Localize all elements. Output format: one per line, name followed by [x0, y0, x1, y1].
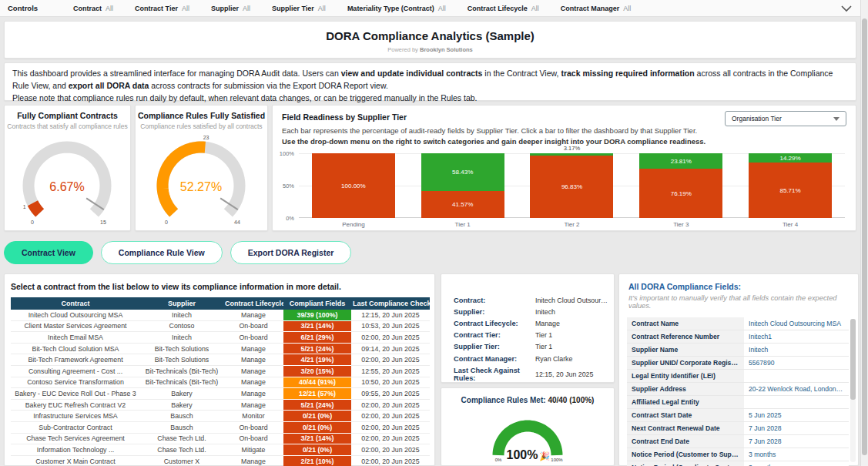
- filter-value: All: [531, 5, 539, 12]
- filter-supplier[interactable]: SupplierAll: [211, 5, 250, 12]
- bar-tier-1[interactable]: 41.57%58.43%: [408, 153, 518, 218]
- cell-compliant-fields: 3/21 (14%): [283, 320, 351, 332]
- view-buttons: Contract ViewCompliance Rule ViewExport …: [4, 241, 351, 264]
- export-dora-register-button[interactable]: Export DORA Register: [230, 241, 352, 264]
- table-row[interactable]: Bit-Tech Cloud Solution MSABit-Tech Solu…: [11, 343, 430, 354]
- rules-satisfied-card: Compliance Rules Fully Satisfied Complia…: [135, 105, 268, 231]
- cell-compliant-fields: 4/21 (19%): [283, 354, 351, 366]
- filter-label: Supplier: [211, 5, 239, 12]
- table-row[interactable]: Chase Tech Services AgreementChase Tech …: [11, 433, 430, 444]
- chevron-down-icon[interactable]: [840, 5, 853, 12]
- filter-contract-lifecycle[interactable]: Contract LifecycleAll: [468, 5, 539, 12]
- cell-contract: Contoso Service Transformation: [11, 377, 140, 388]
- detail-value: Ryan Clarke: [535, 355, 611, 363]
- detail-row: Supplier:Initech: [441, 306, 614, 317]
- category-dropdown[interactable]: Organisation Tier: [725, 111, 846, 126]
- cell-contract: Bit-Tech Framework Agreement: [11, 354, 140, 366]
- dora-field-label: Notice Period (Customer to Supplier): [627, 448, 744, 461]
- svg-text:0: 0: [165, 220, 168, 225]
- column-header-contract[interactable]: Contract: [11, 297, 140, 310]
- bar-pending[interactable]: 100.00%: [299, 153, 408, 218]
- cell-contract: Initech Cloud Outsourcing MSA: [11, 310, 140, 320]
- detail-label: Contract Lifecycle:: [454, 320, 535, 327]
- cell-last-check: 10:50, 20 Jun 2025: [351, 377, 430, 388]
- filter-label: Contract Lifecycle: [468, 5, 528, 12]
- bar-segment-not-ready: 96.83%: [530, 156, 613, 218]
- detail-value: 12:15, 20 Jun 2025: [535, 370, 611, 378]
- fields-scrollbar[interactable]: [850, 319, 856, 462]
- filter-label: Contract: [73, 5, 102, 12]
- page-scrollbar[interactable]: [860, 0, 868, 466]
- filter-contract-manager[interactable]: Contract ManagerAll: [561, 5, 632, 12]
- bar-stack: 41.57%58.43%: [421, 153, 504, 218]
- table-row[interactable]: Customer X Main ContractCustomer XManage…: [11, 455, 430, 466]
- svg-text:1: 1: [23, 204, 26, 210]
- table-row[interactable]: Client Master Services AgreementContosoO…: [11, 320, 430, 332]
- bar-tier-3[interactable]: 76.19%23.81%: [626, 153, 736, 218]
- cell-supplier: Bakery: [140, 388, 223, 400]
- cell-last-check: 09:55, 20 Jun 2025: [351, 388, 430, 400]
- cell-last-check: 12:55, 20 Jun 2025: [351, 365, 430, 377]
- cell-supplier: Bausch: [140, 421, 223, 433]
- svg-text:52.27%: 52.27%: [180, 180, 222, 193]
- dora-field-row: Legal Entity Identifier (LEI): [627, 370, 849, 383]
- cell-last-check: 02:00, 20 Jun 2025: [351, 354, 430, 366]
- column-header-contract-lifecycle[interactable]: Contract Lifecycle: [223, 297, 283, 310]
- fields-scrollbar-thumb[interactable]: [850, 319, 856, 400]
- gauge-title: Compliance Rules Fully Satisfied: [136, 111, 267, 120]
- fully-compliant-contracts-card: Fully Compliant Contracts Contracts that…: [4, 105, 131, 231]
- contract-detail-rows: Contract:Initech Cloud Outsourcing ...Su…: [441, 294, 614, 384]
- dora-field-value: 20-22 Wenlock Road, London, United ...: [744, 383, 849, 395]
- table-row[interactable]: Initech Email MSAInitechOn-board6/21 (29…: [11, 332, 430, 344]
- bar-segment-not-ready: 76.19%: [639, 169, 722, 218]
- rules-met-card: Compliance Rules Met: 40/40 (100%) 100%🎉…: [441, 387, 615, 466]
- contract-view-button[interactable]: Contract View: [4, 241, 93, 264]
- description-panel: This dashboard provides a streamlined in…: [4, 62, 856, 101]
- svg-text:100%: 100%: [507, 448, 538, 461]
- cell-contract: Client Master Services Agreement: [11, 320, 140, 332]
- contract-list-intro: Select a contract from the list below to…: [11, 282, 428, 291]
- table-row[interactable]: Bakery EUC Refresh Contract V2BakeryMana…: [11, 399, 430, 411]
- bar-tier-4[interactable]: 85.71%14.29%: [736, 153, 845, 218]
- filter-supplier-tier[interactable]: Supplier TierAll: [272, 5, 326, 12]
- table-row[interactable]: Bakery - EUC Device Roll Out - Phase 3Ba…: [11, 388, 430, 400]
- column-header-compliant-fields[interactable]: Compliant Fields: [283, 297, 351, 310]
- bar-series: 100.00%41.57%58.43%96.83%3.17%76.19%23.8…: [299, 153, 845, 218]
- page-scrollbar-thumb[interactable]: [862, 18, 867, 455]
- dora-fields-title: All DORA Compliance Fields:: [628, 282, 858, 291]
- cell-contract: Bakery EUC Refresh Contract V2: [11, 399, 140, 411]
- bar-value-label: 76.19%: [671, 190, 692, 197]
- table-row[interactable]: Initech Cloud Outsourcing MSAInitechMana…: [11, 310, 430, 320]
- cell-supplier: Customer X: [140, 455, 223, 466]
- cell-lifecycle: Manage: [223, 343, 283, 354]
- dora-field-label: Supplier UNID/ Corporate Registration ..…: [627, 357, 744, 369]
- detail-value: Manage: [535, 320, 611, 327]
- table-row[interactable]: Bit-Tech Framework AgreementBit-Tech Sol…: [11, 354, 430, 366]
- description-segment: view and update individual contracts: [341, 69, 483, 78]
- filter-materiality-type-contract[interactable]: Materiality Type (Contract)All: [347, 5, 446, 12]
- cell-last-check: 02:00, 20 Jun 2025: [351, 411, 430, 422]
- dora-field-row: Supplier Address20-22 Wenlock Road, Lond…: [627, 383, 849, 396]
- table-row[interactable]: Infrastructure Services MSABauschMonitor…: [11, 411, 430, 422]
- table-row[interactable]: Sub-Contractor ContractBauschOn-board0/2…: [11, 421, 430, 433]
- contract-table: ContractSupplierContract LifecycleCompli…: [11, 297, 430, 466]
- dora-field-row: Contract NameInitech Cloud Outsourcing M…: [627, 317, 849, 330]
- compliance-rule-view-button[interactable]: Compliance Rule View: [101, 241, 223, 264]
- description-segment: track missing required information: [561, 69, 694, 78]
- table-row[interactable]: Consulting Agreement - Cost ...Bit-Techn…: [11, 365, 430, 377]
- cell-last-check: 02:00, 20 Jun 2025: [351, 399, 430, 411]
- cell-compliant-fields: 2/21 (10%): [283, 455, 351, 466]
- svg-text:🎉: 🎉: [539, 451, 550, 461]
- dora-field-row: Contract End Date7 Jun 2028: [627, 435, 849, 448]
- column-header-supplier[interactable]: Supplier: [140, 297, 223, 310]
- cell-lifecycle: On-board: [223, 421, 283, 433]
- dora-field-label: Contract Name: [627, 317, 744, 330]
- filter-contract[interactable]: ContractAll: [73, 5, 113, 12]
- table-row[interactable]: Contoso Service TransformationBit-Techni…: [11, 377, 430, 388]
- bar-tier-2[interactable]: 96.83%3.17%: [518, 153, 627, 218]
- table-row[interactable]: Information Technology ...Chase Tech Ltd…: [11, 444, 430, 456]
- bar-value-label: 3.17%: [530, 145, 613, 152]
- column-header-last-compliance-check[interactable]: Last Compliance Check: [351, 297, 430, 310]
- dora-field-row: Contract Reference NumberInitech1: [627, 330, 849, 344]
- filter-contract-tier[interactable]: Contract TierAll: [135, 5, 189, 12]
